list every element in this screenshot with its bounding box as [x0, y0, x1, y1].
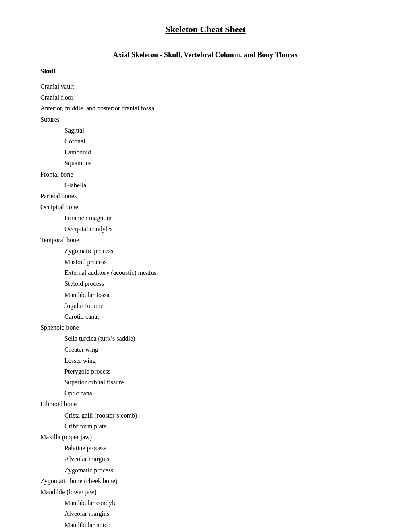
skull-list-item: Occipital bone [40, 202, 371, 212]
skull-list-item: Occipital condyles [40, 223, 371, 234]
skull-list-item: Sella turcica (turk’s saddle) [40, 333, 371, 344]
skull-list-item: Anterior, middle, and posterior cranial … [40, 103, 371, 114]
skull-list-item: Mastoid process [40, 256, 371, 267]
skull-list-item: Pterygoid process [40, 366, 371, 377]
skull-list-item: Zygomatic bone (cheek bone) [40, 476, 371, 486]
skull-heading: Skull [40, 67, 371, 75]
skull-list-item: Coronal [40, 136, 371, 147]
skull-list-item: Parietal bones [40, 191, 371, 202]
skull-list-item: Palatine process [40, 443, 371, 453]
skull-list-item: Cribriform plate [40, 421, 371, 432]
skull-list-item: Temporal bone [40, 235, 371, 245]
skull-list-item: Mandibular condyle [40, 497, 371, 508]
skull-list-item: Cranial vault [40, 81, 371, 92]
skull-list-item: Mental foramen [40, 530, 371, 532]
skull-list-item: Greater wing [40, 344, 371, 355]
skull-list-item: Mandibular notch [40, 520, 371, 530]
skull-list-item: Jugular foramen [40, 300, 371, 311]
skull-list-item: External auditory (acoustic) meatus [40, 267, 371, 278]
skull-list-item: Lambdoid [40, 147, 371, 158]
skull-list-item: Mandibular fossa [40, 289, 371, 300]
skull-list-item: Maxilla (upper jaw) [40, 432, 371, 443]
skull-list-item: Zygomatic process [40, 465, 371, 476]
skull-list: Cranial vaultCranial floorAnterior, midd… [40, 81, 371, 532]
skull-list-item: Frontal bone [40, 169, 371, 180]
skull-list-item: Zygomatic process [40, 245, 371, 256]
skull-list-item: Cranial floor [40, 92, 371, 103]
skull-list-item: Carotid canal [40, 311, 371, 322]
skull-list-item: Alveolar margins [40, 508, 371, 519]
axial-skeleton-heading: Axial Skeleton - Skull, Vertebral Column… [40, 51, 371, 59]
skull-list-item: Sagittal [40, 125, 371, 136]
skull-list-item: Styloid process [40, 278, 371, 289]
skull-list-item: Ethmoid bone [40, 399, 371, 409]
skull-list-item: Squamous [40, 158, 371, 168]
skull-list-item: Glabella [40, 180, 371, 191]
skull-list-item: Lesser wing [40, 355, 371, 366]
skull-list-item: Foramen magnum [40, 212, 371, 223]
skull-list-item: Sphenoid bone [40, 322, 371, 333]
skull-list-item: Crista galli (rooster’s comb) [40, 410, 371, 421]
skull-list-item: Mandible (lower jaw) [40, 486, 371, 497]
skull-list-item: Sutures [40, 114, 371, 125]
skull-list-item: Superior orbital fissure [40, 377, 371, 388]
skull-list-item: Optic canal [40, 388, 371, 399]
skull-list-item: Alveolar margins [40, 453, 371, 464]
page-title: Skeleton Cheat Sheet [40, 24, 371, 35]
